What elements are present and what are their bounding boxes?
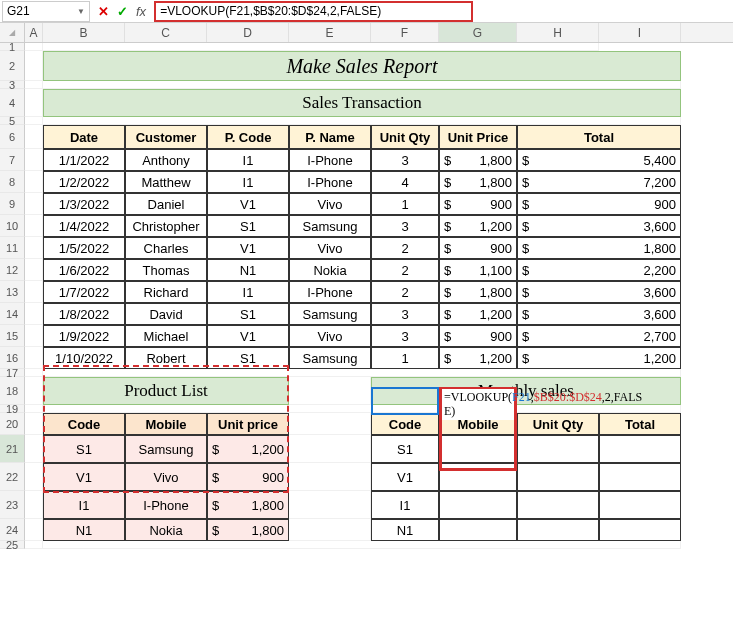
sales-price[interactable]: $900 <box>439 325 517 347</box>
sales-code[interactable]: S1 <box>207 303 289 325</box>
select-all-corner[interactable] <box>0 23 25 42</box>
col-header-d[interactable]: D <box>207 23 289 42</box>
product-list-title[interactable]: Product List <box>43 377 289 405</box>
monthly-total[interactable] <box>599 435 681 463</box>
sales-price[interactable]: $900 <box>439 237 517 259</box>
sales-name[interactable]: Vivo <box>289 193 371 215</box>
sales-name[interactable]: I-Phone <box>289 281 371 303</box>
row-header-12[interactable]: 12 <box>0 259 25 281</box>
cancel-icon[interactable]: ✕ <box>98 4 109 19</box>
sales-code[interactable]: V1 <box>207 325 289 347</box>
sales-customer[interactable]: Robert <box>125 347 207 369</box>
sales-customer[interactable]: Matthew <box>125 171 207 193</box>
monthly-mobile[interactable] <box>439 519 517 541</box>
sales-code[interactable]: S1 <box>207 347 289 369</box>
sales-name[interactable]: Vivo <box>289 237 371 259</box>
sales-total[interactable]: $900 <box>517 193 681 215</box>
confirm-icon[interactable]: ✓ <box>117 4 128 19</box>
monthly-code[interactable]: I1 <box>371 491 439 519</box>
sales-customer[interactable]: Thomas <box>125 259 207 281</box>
sales-qty[interactable]: 2 <box>371 259 439 281</box>
sales-date[interactable]: 1/5/2022 <box>43 237 125 259</box>
col-header-h[interactable]: H <box>517 23 599 42</box>
row-header-6[interactable]: 6 <box>0 125 25 149</box>
monthly-header-total[interactable]: Total <box>599 413 681 435</box>
fx-icon[interactable]: fx <box>136 4 146 19</box>
row-header-25[interactable]: 25 <box>0 541 25 549</box>
sales-customer[interactable]: Michael <box>125 325 207 347</box>
sales-qty[interactable]: 2 <box>371 237 439 259</box>
row-header-13[interactable]: 13 <box>0 281 25 303</box>
row-header-20[interactable]: 20 <box>0 413 25 435</box>
product-code[interactable]: I1 <box>43 491 125 519</box>
sales-price[interactable]: $1,200 <box>439 303 517 325</box>
row-header-10[interactable]: 10 <box>0 215 25 237</box>
product-price[interactable]: $900 <box>207 463 289 491</box>
sales-date[interactable]: 1/2/2022 <box>43 171 125 193</box>
product-mobile[interactable]: Vivo <box>125 463 207 491</box>
sales-total[interactable]: $2,700 <box>517 325 681 347</box>
sales-code[interactable]: I1 <box>207 149 289 171</box>
monthly-total[interactable] <box>599 491 681 519</box>
sales-date[interactable]: 1/4/2022 <box>43 215 125 237</box>
sales-qty[interactable]: 2 <box>371 281 439 303</box>
row-header-15[interactable]: 15 <box>0 325 25 347</box>
sales-qty[interactable]: 3 <box>371 303 439 325</box>
monthly-qty[interactable] <box>517 519 599 541</box>
sales-name[interactable]: I-Phone <box>289 149 371 171</box>
product-price[interactable]: $1,200 <box>207 435 289 463</box>
product-mobile[interactable]: I-Phone <box>125 491 207 519</box>
row-header-14[interactable]: 14 <box>0 303 25 325</box>
sales-total[interactable]: $1,800 <box>517 237 681 259</box>
sales-header-price[interactable]: Unit Price <box>439 125 517 149</box>
product-code[interactable]: S1 <box>43 435 125 463</box>
sales-name[interactable]: Nokia <box>289 259 371 281</box>
sales-qty[interactable]: 1 <box>371 193 439 215</box>
row-header-3[interactable]: 3 <box>0 81 25 89</box>
dropdown-icon[interactable]: ▼ <box>77 7 85 16</box>
sales-code[interactable]: N1 <box>207 259 289 281</box>
sales-qty[interactable]: 3 <box>371 325 439 347</box>
sales-price[interactable]: $900 <box>439 193 517 215</box>
row-header-18[interactable]: 18 <box>0 377 25 405</box>
product-mobile[interactable]: Samsung <box>125 435 207 463</box>
row-header-8[interactable]: 8 <box>0 171 25 193</box>
sales-customer[interactable]: Daniel <box>125 193 207 215</box>
sales-price[interactable]: $1,800 <box>439 281 517 303</box>
product-price[interactable]: $1,800 <box>207 519 289 541</box>
row-header-5[interactable]: 5 <box>0 117 25 125</box>
monthly-total[interactable] <box>599 519 681 541</box>
monthly-qty[interactable] <box>517 491 599 519</box>
sales-total[interactable]: $7,200 <box>517 171 681 193</box>
row-header-9[interactable]: 9 <box>0 193 25 215</box>
col-header-c[interactable]: C <box>125 23 207 42</box>
product-mobile[interactable]: Nokia <box>125 519 207 541</box>
sales-qty[interactable]: 3 <box>371 215 439 237</box>
sales-name[interactable]: Samsung <box>289 303 371 325</box>
sales-date[interactable]: 1/3/2022 <box>43 193 125 215</box>
sales-date[interactable]: 1/6/2022 <box>43 259 125 281</box>
monthly-qty[interactable] <box>517 435 599 463</box>
sales-header-pname[interactable]: P. Name <box>289 125 371 149</box>
sales-total[interactable]: $1,200 <box>517 347 681 369</box>
name-box[interactable]: G21 ▼ <box>2 1 90 22</box>
sales-code[interactable]: S1 <box>207 215 289 237</box>
product-header-mobile[interactable]: Mobile <box>125 413 207 435</box>
sales-customer[interactable]: Charles <box>125 237 207 259</box>
sales-customer[interactable]: Christopher <box>125 215 207 237</box>
monthly-header-code[interactable]: Code <box>371 413 439 435</box>
sales-code[interactable]: I1 <box>207 281 289 303</box>
monthly-mobile[interactable] <box>439 463 517 491</box>
monthly-header-qty[interactable]: Unit Qty <box>517 413 599 435</box>
sales-date[interactable]: 1/9/2022 <box>43 325 125 347</box>
col-header-a[interactable]: A <box>25 23 43 42</box>
sales-header-customer[interactable]: Customer <box>125 125 207 149</box>
row-header-7[interactable]: 7 <box>0 149 25 171</box>
sales-price[interactable]: $1,200 <box>439 347 517 369</box>
sales-date[interactable]: 1/8/2022 <box>43 303 125 325</box>
product-code[interactable]: N1 <box>43 519 125 541</box>
sales-date[interactable]: 1/10/2022 <box>43 347 125 369</box>
formula-input[interactable]: =VLOOKUP(F21,$B$20:$D$24,2,FALSE) <box>154 1 473 22</box>
sales-qty[interactable]: 3 <box>371 149 439 171</box>
sales-total[interactable]: $5,400 <box>517 149 681 171</box>
